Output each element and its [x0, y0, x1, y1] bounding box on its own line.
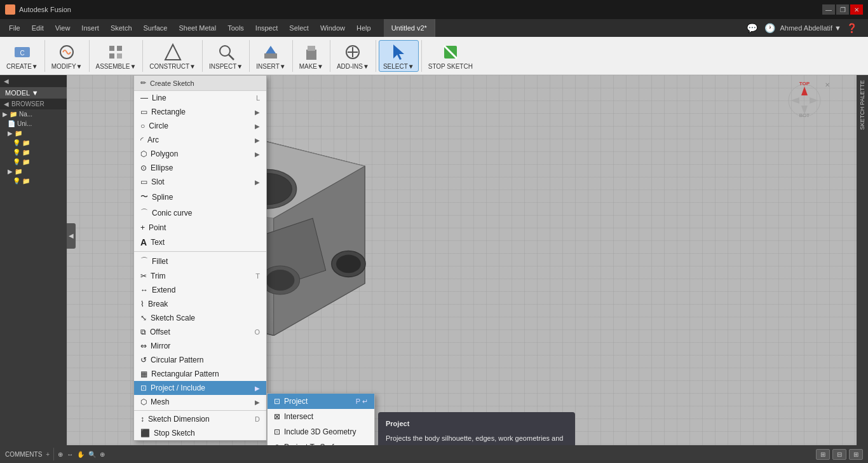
dd-item-project[interactable]: ⊡Project / Include ▶	[134, 381, 266, 395]
dd-item-conic[interactable]: ⌒Conic curve	[134, 205, 266, 221]
clock-icon[interactable]: 🕐	[763, 20, 778, 36]
browser-item-1[interactable]: 📄Uni...	[0, 119, 67, 128]
model-dropdown[interactable]: MODEL ▼	[0, 87, 67, 99]
tab-untitled[interactable]: Untitled v2*	[384, 19, 435, 37]
status-bar: COMMENTS + ⊕ ↔ ✋ 🔍 ⊕ ⊞ ⊟ ⊞	[0, 445, 868, 463]
project-tooltip: Project Projects the body silhouette, ed…	[378, 412, 575, 445]
dd-item-rectangle[interactable]: ▭Rectangle ▶	[134, 105, 266, 119]
fit-icon[interactable]: ⊕	[100, 451, 105, 458]
menu-item-select[interactable]: Select	[284, 22, 314, 34]
help-icon[interactable]: ❓	[844, 20, 859, 36]
menu-item-surface[interactable]: Surface	[139, 22, 173, 34]
menu-item-view[interactable]: View	[50, 22, 76, 34]
minimize-button[interactable]: —	[822, 4, 835, 15]
menu-item-edit[interactable]: Edit	[27, 22, 49, 34]
dd-item-break[interactable]: ⌇Break	[134, 297, 266, 311]
inspect-label: INSPECT▼	[209, 63, 243, 70]
menu-item-inspect[interactable]: Inspect	[250, 22, 283, 34]
browser-item-2[interactable]: ▶📁	[0, 128, 67, 138]
toolbar-inspect[interactable]: INSPECT▼	[205, 41, 247, 71]
grid-btn2[interactable]: ⊟	[832, 449, 846, 460]
browser-item-7[interactable]: 💡📁	[0, 176, 67, 186]
addins-icon	[342, 42, 363, 62]
svg-text:TOP: TOP	[799, 81, 810, 86]
dd-item-fillet[interactable]: ⌒Fillet	[134, 253, 266, 269]
dd-item-arc[interactable]: ◜Arc ▶	[134, 133, 266, 147]
maximize-button[interactable]: ❐	[836, 4, 849, 15]
zoom-icon[interactable]: 🔍	[88, 451, 96, 458]
dd-item-point[interactable]: +Point	[134, 221, 266, 235]
project-submenu: ⊡Project P ↵ ⊠Intersect ⊡Include 3D Geom…	[267, 393, 375, 445]
orbit-icon[interactable]: ↔	[67, 451, 73, 458]
title-left: Autodesk Fusion	[5, 4, 71, 15]
browser-item-4[interactable]: 💡📁	[0, 148, 67, 157]
canvas-area[interactable]: TOP BOT ✕ ✏ Create Sketch —Line L ▭Recta…	[67, 75, 868, 445]
sep3	[142, 40, 143, 72]
menu-item-tools[interactable]: Tools	[222, 22, 249, 34]
add-comment-icon[interactable]: +	[46, 451, 50, 458]
title-bar: Autodesk Fusion — ❐ ✕	[0, 0, 868, 19]
dd-item-spline[interactable]: 〜Spline	[134, 189, 266, 205]
sub-item-project-to-surface[interactable]: ⊙Project To Surface	[268, 439, 374, 445]
svg-marker-36	[790, 97, 799, 104]
toolbar-create[interactable]: C CREATE▼	[3, 41, 42, 71]
menu-item-sketch[interactable]: Sketch	[105, 22, 137, 34]
right-palette[interactable]: SKETCH PALETTE	[857, 75, 868, 445]
dd-item-trim[interactable]: ✂Trim T	[134, 269, 266, 283]
dd-item-offset[interactable]: ⧉Offset O	[134, 325, 266, 339]
dd-item-sketch-scale[interactable]: ⤡Sketch Scale	[134, 311, 266, 325]
dd-item-stop-sketch[interactable]: ⬛Stop Sketch	[134, 426, 266, 440]
sidebar-collapse-handle[interactable]: ◀	[67, 223, 76, 249]
chat-icon[interactable]: 💬	[745, 20, 760, 36]
dd-item-circle[interactable]: ○Circle ▶	[134, 119, 266, 133]
compass-close[interactable]: ✕	[825, 81, 830, 88]
browser-title: BROWSER	[11, 100, 44, 107]
svg-text:C: C	[20, 50, 24, 57]
menu-item-file[interactable]: File	[4, 22, 25, 34]
toolbar-modify[interactable]: MODIFY▼	[48, 41, 86, 71]
menu-item-help[interactable]: Help	[351, 22, 376, 34]
app-icon	[5, 4, 15, 15]
toolbar-stop-sketch[interactable]: STOP SKETCH	[424, 41, 477, 71]
menu-item-window[interactable]: Window	[315, 22, 350, 34]
dd-item-rect-pattern[interactable]: ▦Rectangular Pattern	[134, 367, 266, 381]
dd-item-slot[interactable]: ▭Slot ▶	[134, 175, 266, 189]
dd-item-text[interactable]: AText	[134, 235, 266, 250]
toolbar-select[interactable]: SELECT▼	[379, 40, 419, 72]
dd-item-circular[interactable]: ↺Circular Pattern	[134, 353, 266, 367]
dd-item-mesh[interactable]: ⬡Mesh ▶	[134, 395, 266, 409]
menu-item-insert[interactable]: Insert	[76, 22, 104, 34]
browser-root[interactable]: ▶📁Na...	[0, 109, 67, 119]
browser-item-3[interactable]: 💡📁	[0, 138, 67, 148]
dd-item-extend[interactable]: ↔Extend	[134, 283, 266, 297]
compass[interactable]: TOP BOT ✕	[785, 81, 824, 120]
toolbar-insert[interactable]: INSERT▼	[252, 41, 289, 71]
dd-item-sketch-dim[interactable]: ↕Sketch Dimension D	[134, 412, 266, 426]
dd-item-ellipse[interactable]: ⊙Ellipse	[134, 161, 266, 175]
sub-item-include-3d[interactable]: ⊡Include 3D Geometry	[268, 424, 374, 439]
dd-header: ✏ Create Sketch	[134, 76, 266, 91]
toolbar-construct[interactable]: CONSTRUCT▼	[146, 41, 200, 71]
dd-item-mirror[interactable]: ⇔Mirror	[134, 339, 266, 353]
snap-icon[interactable]: ⊕	[58, 451, 63, 458]
tab-bar: Untitled v2*	[384, 19, 435, 37]
toolbar-addins[interactable]: ADD-INS▼	[333, 41, 373, 71]
toolbar-make[interactable]: MAKE▼	[295, 41, 327, 71]
browser-item-6[interactable]: ▶📁	[0, 167, 67, 176]
pan-icon[interactable]: ✋	[77, 451, 85, 458]
grid-btn[interactable]: ⊞	[816, 449, 830, 460]
menu-item-sheet[interactable]: Sheet Metal	[173, 22, 221, 34]
svg-marker-17	[393, 45, 404, 60]
sketch-palette-label: SKETCH PALETTE	[858, 75, 867, 135]
grid-btn3[interactable]: ⊞	[849, 449, 863, 460]
main-area: ◀ MODEL ▼ ◀ BROWSER ▶📁Na... 📄Uni... ▶📁 💡…	[0, 75, 868, 445]
close-button[interactable]: ✕	[850, 4, 863, 15]
dd-item-polygon[interactable]: ⬡Polygon ▶	[134, 147, 266, 161]
sub-item-project[interactable]: ⊡Project P ↵	[268, 394, 374, 409]
status-left: COMMENTS + ⊕ ↔ ✋ 🔍 ⊕	[5, 448, 105, 460]
sub-item-intersect[interactable]: ⊠Intersect	[268, 409, 374, 424]
dd-item-line[interactable]: —Line L	[134, 91, 266, 105]
toolbar-assemble[interactable]: ASSEMBLE▼	[92, 41, 140, 71]
svg-rect-13	[308, 46, 315, 51]
browser-item-5[interactable]: 💡📁	[0, 157, 67, 167]
